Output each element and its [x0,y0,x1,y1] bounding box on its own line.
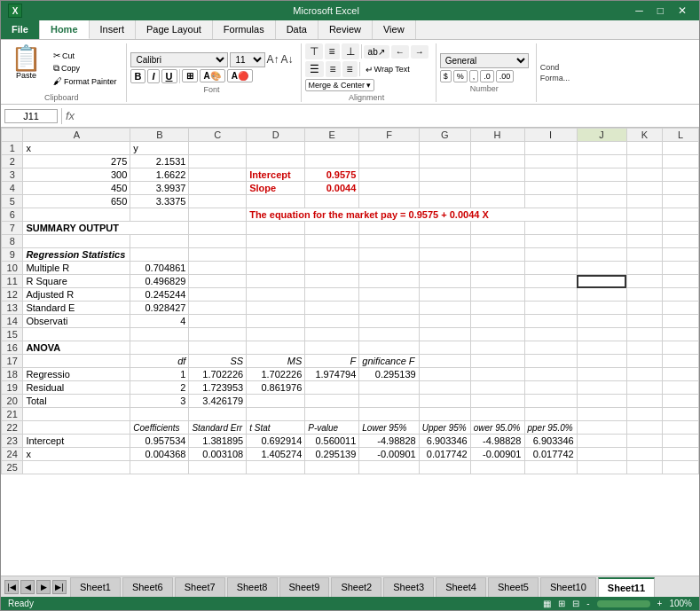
cell-D20[interactable] [247,395,305,408]
cell-C4[interactable] [189,182,247,195]
font-size-select[interactable]: 11 [230,52,265,67]
cell-J3[interactable] [577,168,626,182]
cell-A10[interactable]: Multiple R [23,262,130,275]
cell-B5[interactable]: 3.3375 [130,195,189,208]
cell-C23[interactable]: 1.381895 [189,435,247,448]
col-I[interactable]: I [524,129,577,142]
cell-A23[interactable]: Intercept [23,435,130,448]
cell-J14[interactable] [577,315,626,328]
cell-D17[interactable]: MS [247,355,305,368]
cell-I13[interactable] [524,302,577,315]
cell-I24[interactable]: 0.017742 [524,448,577,461]
cell-E18[interactable]: 1.974794 [305,368,359,381]
cell-A18[interactable]: Regressio [23,368,130,381]
cell-A17[interactable] [23,355,130,368]
format-painter-button[interactable]: 🖌 Format Painter [51,75,119,87]
cell-H13[interactable] [470,302,524,315]
cell-G11[interactable] [419,275,470,288]
indent-decrease-btn[interactable]: ← [391,45,409,59]
cell-L19[interactable] [663,381,699,395]
cell-I1[interactable] [524,142,577,155]
cell-H19[interactable] [470,381,524,395]
cell-A25[interactable] [23,461,130,474]
view-layout-icon[interactable]: ⊞ [558,599,565,608]
cell-F8[interactable] [359,235,419,248]
cell-J22[interactable] [577,421,626,435]
cell-L1[interactable] [663,142,699,155]
cell-L9[interactable] [663,248,699,262]
cell-A1[interactable]: x [23,142,130,155]
cell-I4[interactable] [524,182,577,195]
paste-button[interactable]: 📋 Paste [4,43,48,93]
cell-D24[interactable]: 1.405274 [247,448,305,461]
copy-button[interactable]: ⧉ Copy [51,62,119,74]
cell-C9[interactable] [189,248,247,262]
cell-E16[interactable] [305,341,359,355]
cell-G21[interactable] [419,408,470,421]
tab-insert[interactable]: Insert [90,20,137,39]
cell-F18[interactable]: 0.295139 [359,368,419,381]
cell-F3[interactable] [359,168,419,182]
cell-B15[interactable] [130,328,189,341]
cell-I10[interactable] [524,262,577,275]
align-left-btn[interactable]: ☰ [305,61,324,77]
cell-L10[interactable] [663,262,699,275]
cell-L12[interactable] [663,288,699,302]
row-header-7[interactable]: 7 [2,222,23,235]
cell-C13[interactable] [189,302,247,315]
cell-B23[interactable]: 0.957534 [130,435,189,448]
cell-G2[interactable] [419,155,470,168]
cell-G8[interactable] [419,235,470,248]
fill-color-button[interactable]: A🎨 [200,69,225,82]
cell-D1[interactable] [247,142,305,155]
cell-G16[interactable] [419,341,470,355]
cell-B19[interactable]: 2 [130,381,189,395]
cell-G13[interactable] [419,302,470,315]
cell-D23[interactable]: 0.692914 [247,435,305,448]
row-header-19[interactable]: 19 [2,381,23,395]
cell-K16[interactable] [626,341,663,355]
cell-H5[interactable] [470,195,524,208]
cell-G24[interactable]: 0.017742 [419,448,470,461]
cell-H20[interactable] [470,395,524,408]
cell-K2[interactable] [626,155,663,168]
cell-K7[interactable] [626,222,663,235]
cell-I19[interactable] [524,381,577,395]
cell-E24[interactable]: 0.295139 [305,448,359,461]
cell-E23[interactable]: 0.560011 [305,435,359,448]
cell-B10[interactable]: 0.704861 [130,262,189,275]
cell-D11[interactable] [247,275,305,288]
cell-A7[interactable]: SUMMARY OUTPUT [23,222,189,235]
cell-I23[interactable]: 6.903346 [524,435,577,448]
tab-review[interactable]: Review [319,20,373,39]
cell-G25[interactable] [419,461,470,474]
cell-A21[interactable] [23,408,130,421]
cell-L3[interactable] [663,168,699,182]
cell-B9[interactable] [130,248,189,262]
cell-H15[interactable] [470,328,524,341]
cell-K1[interactable] [626,142,663,155]
cell-C20[interactable]: 3.426179 [189,395,247,408]
indent-increase-btn[interactable]: → [411,45,429,59]
cell-F2[interactable] [359,155,419,168]
cell-D4[interactable]: Slope [247,182,305,195]
cell-K23[interactable] [626,435,663,448]
row-header-15[interactable]: 15 [2,328,23,341]
row-header-16[interactable]: 16 [2,341,23,355]
cell-A24[interactable]: x [23,448,130,461]
cell-F19[interactable] [359,381,419,395]
cell-F13[interactable] [359,302,419,315]
row-header-6[interactable]: 6 [2,208,23,222]
sheet-tab-sheet8[interactable]: Sheet8 [227,577,278,597]
cell-K20[interactable] [626,395,663,408]
close-btn[interactable]: ✕ [672,4,692,17]
zoom-slider[interactable] [597,600,650,607]
row-header-9[interactable]: 9 [2,248,23,262]
cell-F1[interactable] [359,142,419,155]
tab-home[interactable]: Home [40,20,90,39]
wrap-text-button[interactable]: ↵ Wrap Text [362,63,413,76]
increase-decimal-btn[interactable]: .00 [496,70,515,82]
cell-K18[interactable] [626,368,663,381]
sheet-tab-sheet9[interactable]: Sheet9 [279,577,330,597]
cell-C25[interactable] [189,461,247,474]
